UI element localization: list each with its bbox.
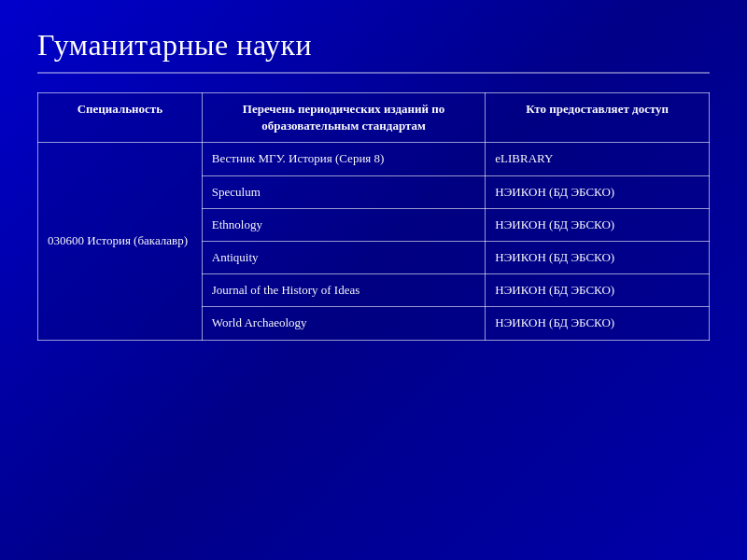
journal-cell: Ethnology bbox=[202, 208, 486, 241]
table-row: 030600 История (бакалавр)Вестник МГУ. Ис… bbox=[38, 143, 710, 175]
journal-cell: Journal of the History of Ideas bbox=[202, 274, 486, 307]
journal-cell: World Archaeology bbox=[202, 307, 486, 340]
provider-cell: НЭИКОН (БД ЭБСКО) bbox=[486, 307, 710, 340]
provider-cell: НЭИКОН (БД ЭБСКО) bbox=[486, 241, 710, 273]
page: Гуманитарные науки Специальность Перечен… bbox=[0, 0, 747, 560]
header-provider: Кто предоставляет доступ bbox=[486, 93, 710, 143]
header-specialty: Специальность bbox=[38, 93, 203, 143]
provider-cell: НЭИКОН (БД ЭБСКО) bbox=[486, 175, 710, 208]
journal-cell: Speculum bbox=[202, 175, 486, 208]
journal-cell: Antiquity bbox=[202, 241, 486, 273]
title-section: Гуманитарные науки bbox=[37, 28, 710, 74]
provider-cell: eLIBRARY bbox=[486, 143, 710, 175]
header-periodicals: Перечень периодических изданий по образо… bbox=[202, 93, 486, 143]
page-title: Гуманитарные науки bbox=[37, 28, 710, 63]
journal-cell: Вестник МГУ. История (Серия 8) bbox=[202, 143, 486, 175]
provider-cell: НЭИКОН (БД ЭБСКО) bbox=[486, 274, 710, 307]
specialty-cell: 030600 История (бакалавр) bbox=[38, 143, 203, 340]
provider-cell: НЭИКОН (БД ЭБСКО) bbox=[486, 208, 710, 241]
table-header-row: Специальность Перечень периодических изд… bbox=[38, 93, 710, 143]
table-wrapper: Специальность Перечень периодических изд… bbox=[37, 92, 710, 341]
main-table: Специальность Перечень периодических изд… bbox=[37, 92, 710, 341]
